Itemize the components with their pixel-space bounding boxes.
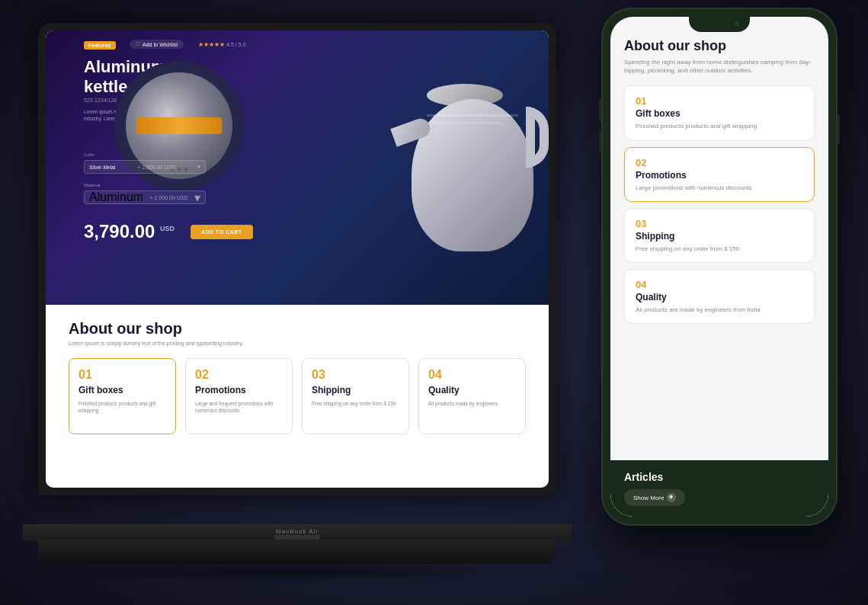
phone-card-4-title: Quality <box>636 292 803 302</box>
featured-badge: Featured <box>84 41 116 50</box>
about-card-2[interactable]: 02 Promotions Large and frequent promoti… <box>185 358 293 434</box>
phone-card-3[interactable]: 03 Shipping Free shipping on any order f… <box>624 208 815 263</box>
phone-screen: About our shop Spending the night away f… <box>610 17 828 517</box>
kettle-image <box>389 38 549 297</box>
card-4-title: Quality <box>428 385 516 395</box>
about-card-1[interactable]: 01 Gift boxes Finished products products… <box>69 358 176 434</box>
about-title: About our shop <box>69 320 526 338</box>
phone-card-2-description: Large promotions with numerous discounts <box>636 184 803 192</box>
phone-articles-title: Articles <box>624 471 815 483</box>
about-description: Lorem ipsum is simply dummy text of the … <box>69 341 526 346</box>
phone-card-2[interactable]: 02 Promotions Large promotions with nume… <box>624 147 815 202</box>
laptop-device: Featured ♡ Add to Wishlist ★★★★★ 4.5 / 5… <box>23 23 572 587</box>
phone-volume-up-button[interactable] <box>599 99 601 122</box>
product-sku: 523-1234/128 <box>84 98 117 103</box>
scene: Featured ♡ Add to Wishlist ★★★★★ 4.5 / 5… <box>0 0 868 605</box>
phone-about-description: Spending the night away from home distin… <box>624 58 815 75</box>
show-more-icon <box>667 493 676 502</box>
kettle-body <box>412 99 533 251</box>
phone-power-button[interactable] <box>838 114 840 145</box>
card-1-number: 01 <box>78 368 166 382</box>
wishlist-button[interactable]: ♡ Add to Wishlist <box>130 40 184 49</box>
about-card-4[interactable]: 04 Quality All products made by engineer… <box>418 358 526 434</box>
material-select[interactable]: Aluminum + 2,000.00 USD ▾ <box>84 190 206 204</box>
laptop-shadow <box>53 560 541 583</box>
card-4-number: 04 <box>428 368 516 382</box>
card-3-description: Free shipping on any order from $ 150 <box>312 400 399 407</box>
phone-card-2-title: Promotions <box>636 170 803 181</box>
product-price: 3,790.00 USD <box>84 221 175 242</box>
card-2-title: Promotions <box>195 385 283 395</box>
card-1-description: Finished products products and gift wrap… <box>78 400 166 414</box>
phone-content-area: About our shop Spending the night away f… <box>610 17 828 517</box>
phone-card-3-number: 03 <box>636 218 803 229</box>
phone-card-3-title: Shipping <box>636 231 803 242</box>
material-dropdown-icon: ▾ <box>194 190 200 205</box>
macbook-brand-label: MacBook Air <box>276 528 319 535</box>
laptop-about-section: About our shop Lorem ipsum is simply dum… <box>46 305 549 450</box>
phone-card-2-number: 02 <box>636 157 803 168</box>
phone-card-4[interactable]: 04 Quality All products are made by engi… <box>624 269 815 324</box>
show-more-button[interactable]: Show More <box>624 489 685 506</box>
about-cards-container: 01 Gift boxes Finished products products… <box>69 358 526 434</box>
rating-stars: ★★★★★ 4.5 / 5.0 <box>198 41 246 48</box>
kettle-handle <box>526 107 549 168</box>
laptop-screen-outer: Featured ♡ Add to Wishlist ★★★★★ 4.5 / 5… <box>38 23 556 495</box>
color-label: Color <box>84 152 94 157</box>
phone-notch <box>689 17 750 32</box>
card-3-title: Shipping <box>312 385 399 395</box>
phone-card-1-title: Gift boxes <box>636 108 803 119</box>
phone-card-4-description: All products are made by engineers from … <box>636 306 803 314</box>
color-select[interactable]: Silver-Metal + 2,000.00 USD ▾ <box>84 160 206 174</box>
card-4-description: All products made by engineers <box>428 400 516 407</box>
phone-camera-dot <box>735 21 739 26</box>
product-disc-handle <box>136 117 222 134</box>
about-card-3[interactable]: 03 Shipping Free shipping on any order f… <box>302 358 409 434</box>
phone-outer-frame: About our shop Spending the night away f… <box>601 8 838 526</box>
phone-card-1[interactable]: 01 Gift boxes Finished products products… <box>624 85 815 140</box>
laptop-hero-section: Featured ♡ Add to Wishlist ★★★★★ 4.5 / 5… <box>46 30 549 305</box>
card-2-number: 02 <box>195 368 283 382</box>
card-1-title: Gift boxes <box>78 385 166 395</box>
phone-card-1-number: 01 <box>636 95 803 107</box>
color-dropdown-icon: ▾ <box>197 164 200 170</box>
phone-card-3-description: Free shipping on any order from $ 150 <box>636 245 803 253</box>
phone-articles-section: Articles Show More <box>610 460 828 517</box>
phone-about-title: About our shop <box>624 38 815 54</box>
phone-card-1-description: Finished products products and gift wrap… <box>636 122 803 130</box>
add-to-cart-button[interactable]: ADD TO CART <box>191 225 253 239</box>
material-label: Material <box>84 183 100 187</box>
phone-card-4-number: 04 <box>636 279 803 290</box>
phone-volume-down-button[interactable] <box>599 130 601 152</box>
card-3-number: 03 <box>312 368 399 382</box>
phone-device: About our shop Spending the night away f… <box>601 8 838 571</box>
laptop-screen-inner: Featured ♡ Add to Wishlist ★★★★★ 4.5 / 5… <box>46 30 549 488</box>
card-2-description: Large and frequent promotions with numer… <box>195 400 283 414</box>
